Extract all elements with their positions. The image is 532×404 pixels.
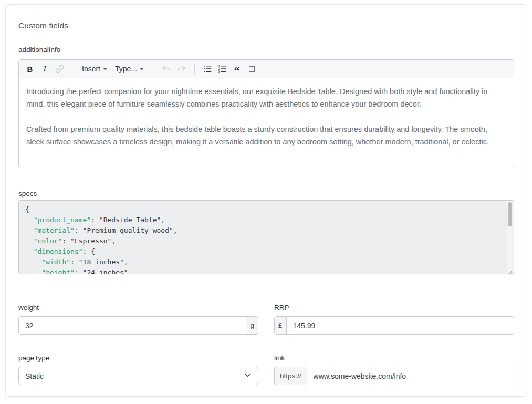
page-type-selected-value: Static [25,372,44,380]
undo-icon [161,64,171,74]
scrollbar-thumb[interactable] [508,202,512,226]
codeblock-icon [249,66,255,72]
chevron-down-icon [140,68,143,70]
weight-label: weight [18,304,258,312]
json-line: "width": "18 inches", [25,257,501,267]
codeblock-button[interactable] [245,62,258,76]
specs-json: { "product_name": "Bedside Table", "mate… [19,201,514,274]
numbered-list-icon: 1 2 3 [217,64,227,74]
field-row: pageType Static link https:// [18,354,514,385]
link-icon [55,65,64,74]
field-row: weight g RRP £ [18,304,514,335]
weight-unit-addon: g [246,316,258,335]
editor-paragraph: Crafted from premium quality materials, … [26,123,506,148]
page-type-select[interactable]: Static [18,367,258,385]
rich-text-editor: B I Insert Type... [18,59,514,168]
json-line: "dimensions": { [25,246,501,257]
additional-info-label: additionalInfo [18,46,513,54]
editor-toolbar: B I Insert Type... [19,60,514,78]
weight-input[interactable] [18,316,246,335]
undo-button[interactable] [159,62,173,76]
link-input[interactable] [307,367,514,385]
link-field-group: link https:// [274,354,514,385]
json-line: "product_name": "Bedside Table", [25,215,501,225]
redo-button[interactable] [174,62,189,76]
editor-paragraph: Introducing the perfect companion for yo… [26,85,506,110]
chevron-down-icon [103,68,107,70]
italic-button[interactable]: I [38,62,51,76]
currency-addon: £ [274,316,287,335]
page-type-label: pageType [18,354,258,362]
blockquote-icon: “ [234,68,240,74]
rrp-label: RRP [274,304,514,312]
rrp-field-group: RRP £ [274,304,514,335]
insert-dropdown-label: Insert [82,65,100,73]
editor-content[interactable]: Introducing the perfect companion for yo… [19,78,514,168]
bullet-list-icon [203,64,212,74]
link-label: link [274,354,514,362]
link-button[interactable] [53,62,66,76]
json-line: { [25,204,501,215]
url-scheme-addon: https:// [274,367,307,385]
resize-handle-icon[interactable] [507,267,513,273]
toolbar-divider [153,64,153,75]
svg-text:3: 3 [218,70,221,74]
page: Custom fields additionalInfo B I Inser [0,0,532,404]
redo-icon [176,64,186,74]
scrollbar[interactable] [507,201,513,273]
custom-fields-panel: Custom fields additionalInfo B I Inser [5,4,526,397]
chevron-down-icon [244,371,252,381]
json-line: "height": "24 inches" [25,267,501,274]
json-line: "color": "Espresso", [25,236,501,246]
bullet-list-button[interactable] [201,62,214,76]
json-line: "material": "Premium quality wood", [25,225,501,236]
toolbar-divider [72,64,72,75]
panel-title: Custom fields [18,20,513,30]
weight-field-group: weight g [18,304,258,335]
rrp-input[interactable] [286,316,514,335]
specs-label: specs [18,190,513,198]
type-dropdown-label: Type... [115,65,137,73]
toolbar-divider [194,64,195,75]
numbered-list-button[interactable]: 1 2 3 [215,62,229,76]
insert-dropdown[interactable]: Insert [78,62,110,76]
specs-textarea[interactable]: { "product_name": "Bedside Table", "mate… [18,200,514,274]
bold-button[interactable]: B [23,62,37,76]
page-type-field-group: pageType Static [18,354,258,385]
blockquote-button[interactable]: “ [230,62,244,76]
type-dropdown[interactable]: Type... [111,62,147,76]
